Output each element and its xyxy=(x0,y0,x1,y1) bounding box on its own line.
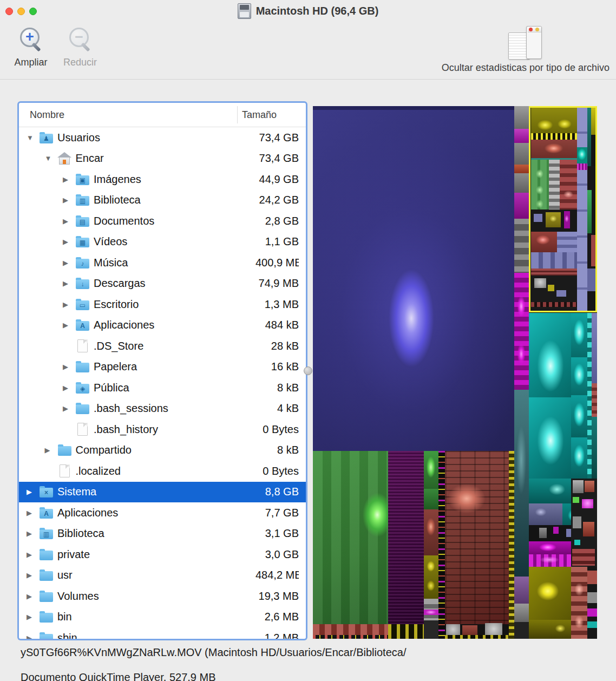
treemap[interactable] xyxy=(313,106,597,639)
treemap-block-small-dark-bottom[interactable] xyxy=(424,620,438,639)
column-divider[interactable] xyxy=(237,106,238,123)
disclosure-triangle-icon[interactable]: ▶ xyxy=(25,529,38,538)
treemap-block-box-slate-cyan-glow[interactable] xyxy=(577,147,587,163)
disclosure-triangle-icon[interactable]: ▶ xyxy=(25,592,38,600)
treemap-block-box-red-glow[interactable] xyxy=(531,232,557,252)
disclosure-triangle-icon[interactable]: ▶ xyxy=(25,488,38,496)
list-row[interactable]: ▶▥Biblioteca24,2 GB xyxy=(19,190,306,211)
treemap-block-mix-red-1[interactable] xyxy=(585,481,594,492)
list-row[interactable]: ▶♪Música400,9 MB xyxy=(19,252,306,273)
disclosure-triangle-icon[interactable]: ▶ xyxy=(25,509,38,517)
treemap-block-yellow-low-band[interactable] xyxy=(529,620,571,639)
disclosure-triangle-icon[interactable]: ▶ xyxy=(62,196,75,204)
treemap-block-mix-teal-dot[interactable] xyxy=(574,540,580,545)
treemap-block-box-slate-magenta[interactable] xyxy=(577,163,587,170)
disclosure-triangle-icon[interactable]: ▶ xyxy=(25,634,38,639)
treemap-block-box-yellow-dashes[interactable] xyxy=(531,133,577,140)
treemap-block-box-right-green[interactable] xyxy=(587,190,592,233)
treemap-block-box-right-yellow[interactable] xyxy=(591,108,595,135)
disclosure-triangle-icon[interactable]: ▶ xyxy=(62,404,75,412)
disclosure-triangle-icon[interactable]: ▶ xyxy=(62,217,75,225)
disclosure-triangle-icon[interactable]: ▶ xyxy=(25,571,38,579)
list-row[interactable]: ▶Papelera16 kB xyxy=(19,357,306,378)
treemap-block-box-mix-gray[interactable] xyxy=(534,278,546,288)
treemap-block-small-green-mid[interactable] xyxy=(424,489,438,509)
treemap-block-purple-bottom-dashes[interactable] xyxy=(388,624,424,639)
treemap-block-huge-file-navy[interactable] xyxy=(313,106,514,451)
treemap-block-strip-gray-low[interactable] xyxy=(514,604,529,622)
treemap-block-navy-top-shade[interactable] xyxy=(313,106,514,110)
disclosure-triangle-icon[interactable]: ▶ xyxy=(62,384,75,392)
treemap-block-strip-purple-low[interactable] xyxy=(514,577,529,604)
treemap-block-box-gray-rows[interactable] xyxy=(549,160,560,209)
treemap-block-box-speck-blue[interactable] xyxy=(534,214,542,222)
treemap-block-small-magenta-row[interactable] xyxy=(424,610,438,615)
treemap-block-box-mix-yellow[interactable] xyxy=(548,285,554,291)
list-row[interactable]: ▶▤Documentos2,8 GB xyxy=(19,211,306,232)
treemap-block-cyan-stack-3[interactable] xyxy=(571,395,587,437)
treemap-block-bit-teal-1[interactable] xyxy=(587,621,597,628)
disclosure-triangle-icon[interactable]: ▶ xyxy=(62,321,75,329)
treemap-block-bit-gray-1[interactable] xyxy=(587,592,597,603)
treemap-block-edge-teal-strip[interactable] xyxy=(592,417,597,479)
disclosure-triangle-icon[interactable]: ▶ xyxy=(62,175,75,184)
treemap-block-bluegray-block[interactable] xyxy=(529,503,562,525)
list-row[interactable]: ▶sbin1,2 MB xyxy=(19,627,306,639)
splitter-handle[interactable] xyxy=(304,366,312,375)
treemap-block-mix-red-rows[interactable] xyxy=(572,549,595,566)
list-row[interactable]: ▼Encar73,4 GB xyxy=(19,148,306,169)
treemap-block-box-teal-strip[interactable] xyxy=(587,108,591,166)
treemap-block-purple-column[interactable] xyxy=(388,451,424,624)
treemap-block-yellow-strip-col[interactable] xyxy=(509,451,514,639)
treemap-block-strip-red-1[interactable] xyxy=(514,165,529,173)
treemap-block-strip-magenta-long[interactable] xyxy=(514,273,529,390)
treemap-block-green-region[interactable] xyxy=(313,451,388,624)
list-row[interactable]: ▼♟Usuarios73,4 GB xyxy=(19,127,306,148)
treemap-block-cyan-stack-4[interactable] xyxy=(571,437,587,479)
treemap-block-black-speck-col[interactable] xyxy=(438,451,445,639)
disclosure-triangle-icon[interactable]: ▶ xyxy=(25,613,38,621)
treemap-block-red-strip-col[interactable] xyxy=(571,567,587,639)
treemap-block-cyan-big-1[interactable] xyxy=(529,313,571,397)
treemap-block-redbrown-region[interactable] xyxy=(445,451,509,624)
treemap-block-yellow-glow-big[interactable] xyxy=(529,567,571,620)
list-row[interactable]: ▶AAplicaciones7,7 GB xyxy=(19,502,306,523)
treemap-block-box-speck-olive[interactable] xyxy=(546,212,561,227)
list-row[interactable]: ▶▦Vídeos1,1 GB xyxy=(19,232,306,253)
treemap-block-mix-red-2[interactable] xyxy=(583,522,594,536)
list-row[interactable]: ▶bin2,6 MB xyxy=(19,607,306,628)
treemap-block-speck-magenta-a[interactable] xyxy=(553,527,559,534)
treemap-block-box-red-rows[interactable] xyxy=(560,160,577,209)
treemap-block-box-speck-magenta[interactable] xyxy=(564,211,570,228)
treemap-block-speck-gray-a[interactable] xyxy=(539,528,547,538)
treemap-block-strip-dark-low[interactable] xyxy=(514,622,529,639)
list-row[interactable]: ▶▣Imágenes44,9 GB xyxy=(19,169,306,190)
column-header-name[interactable]: Nombre xyxy=(30,103,64,127)
treemap-block-box-blue-band[interactable] xyxy=(531,252,577,269)
zoom-in-button[interactable]: + Ampliar xyxy=(6,27,55,68)
list-row[interactable]: ▶Compartido8 kB xyxy=(19,440,306,461)
treemap-block-mix-gray-1[interactable] xyxy=(573,480,584,493)
list-row[interactable]: ▶AAplicaciones484 kB xyxy=(19,315,306,336)
treemap-block-strip-teal-bar[interactable] xyxy=(514,390,529,577)
column-header-size[interactable]: Tamaño xyxy=(242,103,277,127)
treemap-block-bit-red-1[interactable] xyxy=(587,571,597,584)
treemap-block-small-red-glow[interactable] xyxy=(424,509,438,555)
treemap-block-box-right-red[interactable] xyxy=(591,235,595,266)
treemap-block-cyan-stack-2[interactable] xyxy=(571,357,587,395)
treemap-block-bit-magenta-1[interactable] xyxy=(587,608,597,617)
list-row[interactable]: ▶×Sistema8,8 GB xyxy=(19,482,306,503)
disclosure-triangle-icon[interactable]: ▶ xyxy=(62,300,75,309)
treemap-block-box-mix-red-row[interactable] xyxy=(531,302,577,307)
disclosure-triangle-icon[interactable]: ▶ xyxy=(62,363,75,371)
treemap-block-cyan-stack-1[interactable] xyxy=(571,313,587,357)
treemap-block-magenta-glow-block[interactable] xyxy=(529,541,571,554)
treemap-block-small-green-glow[interactable] xyxy=(424,451,438,489)
treemap-block-strip-graymix[interactable] xyxy=(514,219,529,273)
disclosure-triangle-icon[interactable]: ▶ xyxy=(62,279,75,287)
disclosure-triangle-icon[interactable]: ▶ xyxy=(62,259,75,267)
treemap-block-box-blue-rows[interactable] xyxy=(557,232,577,252)
treemap-block-strip-gray-2[interactable] xyxy=(514,143,529,165)
treemap-block-box-olive-top[interactable] xyxy=(531,108,577,133)
list-row[interactable]: ▶.bash_sessions4 kB xyxy=(19,398,306,420)
